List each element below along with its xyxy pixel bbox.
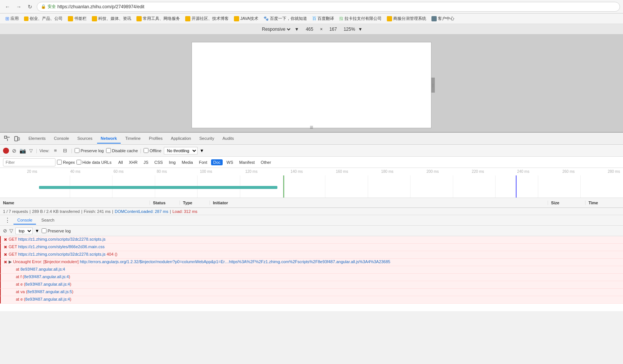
inspect-element-button[interactable] bbox=[3, 135, 11, 143]
console-filter-button[interactable]: ▽ bbox=[9, 228, 13, 234]
bookmark-opensource[interactable]: 开源社区、技术博客 bbox=[183, 15, 231, 22]
col-header-size[interactable]: Size bbox=[548, 201, 586, 205]
filter-css-button[interactable]: CSS bbox=[152, 159, 165, 165]
console-error-1: ✖ GET https://z1.zhimg.com/scripts/32dc2… bbox=[0, 236, 623, 244]
error-icon-4: ✖ bbox=[4, 260, 7, 265]
hide-data-label[interactable]: Hide data URLs bbox=[76, 160, 112, 165]
filter-media-button[interactable]: Media bbox=[180, 159, 195, 165]
stacktrace-link-5[interactable]: 8e93f487.angular.all.js:4 bbox=[25, 297, 70, 301]
stacktrace-line-4: at va (8e93f487.angular.all.js:5) bbox=[0, 289, 623, 296]
bookmark-customer[interactable]: 客户中心 bbox=[429, 15, 457, 22]
resize-handle-bottom[interactable]: ≡ bbox=[310, 124, 313, 131]
error-icon-2: ✖ bbox=[4, 245, 7, 250]
stacktrace-link-2[interactable]: 8e93f487.angular.all.js:4 bbox=[24, 274, 69, 279]
bookmark-java[interactable]: JAVA技术 bbox=[232, 15, 261, 22]
error-link-2[interactable]: https://z1.zhimg.com/styles/866e2d36.mai… bbox=[18, 244, 105, 249]
svg-rect-4 bbox=[18, 138, 19, 140]
error-link-1[interactable]: https://z1.zhimg.com/scripts/32dc2278.sc… bbox=[18, 237, 105, 241]
tab-network[interactable]: Network bbox=[97, 134, 121, 144]
filter-ws-button[interactable]: WS bbox=[224, 159, 235, 165]
col-header-name[interactable]: Name bbox=[0, 201, 150, 205]
record-button[interactable] bbox=[3, 148, 9, 154]
throttle-select[interactable]: No throttling bbox=[164, 147, 198, 154]
sep2: | bbox=[81, 209, 82, 214]
console-tab-search[interactable]: Search bbox=[37, 216, 58, 225]
expand-button-4[interactable]: ▶ bbox=[9, 259, 12, 264]
bookmark-startup[interactable]: 创业、产品、公司 bbox=[22, 15, 65, 22]
tab-security[interactable]: Security bbox=[196, 134, 218, 144]
offline-label[interactable]: Offline bbox=[144, 148, 162, 153]
view-list-button[interactable]: ≡ bbox=[52, 147, 59, 154]
back-button[interactable]: ← bbox=[3, 2, 12, 11]
col-header-initiator[interactable]: Initiator bbox=[210, 201, 548, 205]
tab-elements[interactable]: Elements bbox=[25, 134, 49, 144]
col-header-time[interactable]: Time bbox=[586, 201, 623, 205]
console-clear-button[interactable]: ⊘ bbox=[3, 228, 7, 234]
console-context-select[interactable]: top bbox=[15, 228, 33, 234]
console-tab-console[interactable]: Console bbox=[13, 216, 36, 225]
filter-font-button[interactable]: Font bbox=[197, 159, 210, 165]
tab-console[interactable]: Console bbox=[50, 134, 73, 144]
col-header-type[interactable]: Type bbox=[180, 201, 210, 205]
tab-application[interactable]: Application bbox=[167, 134, 195, 144]
filter-other-button[interactable]: Other bbox=[259, 159, 274, 165]
console-toolbar: ⊘ ▽ top ▼ Preserve log bbox=[0, 226, 623, 236]
tab-timeline[interactable]: Timeline bbox=[121, 134, 144, 144]
bookmark-apps[interactable]: ⊞ 应用 bbox=[3, 15, 21, 22]
more-button[interactable]: ⋮ bbox=[3, 216, 12, 225]
stacktrace-link-1[interactable]: 8e93f487.angular.all.js:4 bbox=[20, 267, 65, 271]
tab-profiles[interactable]: Profiles bbox=[145, 134, 166, 144]
error-link-4[interactable]: http://errors.angularjs.org/1.2.32/$inje… bbox=[80, 259, 390, 264]
svg-rect-0 bbox=[4, 136, 7, 138]
bookmark-tools[interactable]: 常用工具、网络服务 bbox=[134, 15, 182, 22]
device-mode-button[interactable] bbox=[13, 135, 21, 143]
bookmark-bookshelf[interactable]: 书签栏 bbox=[66, 15, 89, 22]
stacktrace-line-5: at e (8e93f487.angular.all.js:4) bbox=[0, 296, 623, 304]
filter-all-button[interactable]: All bbox=[116, 159, 125, 165]
col-header-status[interactable]: Status bbox=[150, 201, 180, 205]
filter-xhr-button[interactable]: XHR bbox=[127, 159, 140, 165]
disable-cache-checkbox[interactable] bbox=[106, 148, 111, 153]
offline-checkbox[interactable] bbox=[144, 148, 148, 153]
resize-handle-right[interactable]: ⋮ bbox=[431, 78, 435, 93]
tab-sources[interactable]: Sources bbox=[73, 134, 96, 144]
stop-button[interactable]: ⊘ bbox=[11, 148, 17, 154]
ms-label-120: 120 ms bbox=[245, 169, 258, 174]
hide-data-checkbox[interactable] bbox=[76, 160, 81, 165]
filter-js-button[interactable]: JS bbox=[141, 159, 151, 165]
tab-audits[interactable]: Audits bbox=[219, 134, 238, 144]
stacktrace-link-4[interactable]: 8e93f487.angular.all.js:5 bbox=[27, 289, 72, 294]
console-error-2: ✖ GET https://z1.zhimg.com/styles/866e2d… bbox=[0, 244, 623, 251]
bookmark-baidu2[interactable]: 百 百度翻译 bbox=[310, 15, 336, 22]
screenshot-button[interactable]: 📷 bbox=[19, 148, 25, 154]
preserve-log-checkbox[interactable] bbox=[75, 148, 79, 153]
error-link-3[interactable]: https://z1.zhimg.com/scripts/32dc2278.sc… bbox=[18, 252, 105, 256]
regex-label[interactable]: Regex bbox=[57, 160, 75, 165]
bookmark-tech[interactable]: 科技、媒体、资讯 bbox=[90, 15, 133, 22]
disable-cache-label[interactable]: Disable cache bbox=[106, 148, 138, 153]
domcontent-time: DOMContentLoaded: 287 ms bbox=[115, 209, 168, 214]
refresh-button[interactable]: ↻ bbox=[25, 2, 34, 11]
bookmark-shanfu[interactable]: 商服分润管理系统 bbox=[385, 15, 428, 22]
filter-manifest-button[interactable]: Manifest bbox=[237, 159, 257, 165]
stacktrace-content-1: at 8e93f487.angular.all.js:4 bbox=[11, 267, 620, 271]
forward-button[interactable]: → bbox=[14, 2, 23, 11]
regex-checkbox[interactable] bbox=[57, 160, 62, 165]
filter-img-button[interactable]: Img bbox=[166, 159, 178, 165]
width-input[interactable] bbox=[302, 27, 317, 32]
console-preserve-label[interactable]: Preserve log bbox=[42, 228, 71, 233]
device-select[interactable]: Responsive bbox=[261, 26, 292, 32]
height-input[interactable] bbox=[326, 27, 341, 32]
stacktrace-link-3[interactable]: 8e93f487.angular.all.js:4 bbox=[25, 282, 70, 286]
filter-button[interactable]: ▽ bbox=[28, 148, 34, 154]
view-detail-button[interactable]: ⊟ bbox=[61, 147, 69, 154]
table-headers: Name Status Type Initiator Size Time bbox=[0, 198, 623, 208]
bookmark-baidu1[interactable]: 🐾 百度一下，你就知道 bbox=[261, 15, 309, 22]
stacktrace-line-2: at f (8e93f487.angular.all.js:4) bbox=[0, 274, 623, 281]
preserve-log-label[interactable]: Preserve log bbox=[75, 148, 104, 153]
filter-input[interactable] bbox=[3, 158, 55, 166]
console-preserve-checkbox[interactable] bbox=[42, 228, 46, 233]
bookmark-lakala[interactable]: 拉 拉卡拉支付有限公司 bbox=[337, 15, 384, 22]
filter-bar: Regex Hide data URLs All XHR JS CSS Img … bbox=[0, 157, 623, 168]
filter-doc-button[interactable]: Doc bbox=[211, 159, 223, 165]
